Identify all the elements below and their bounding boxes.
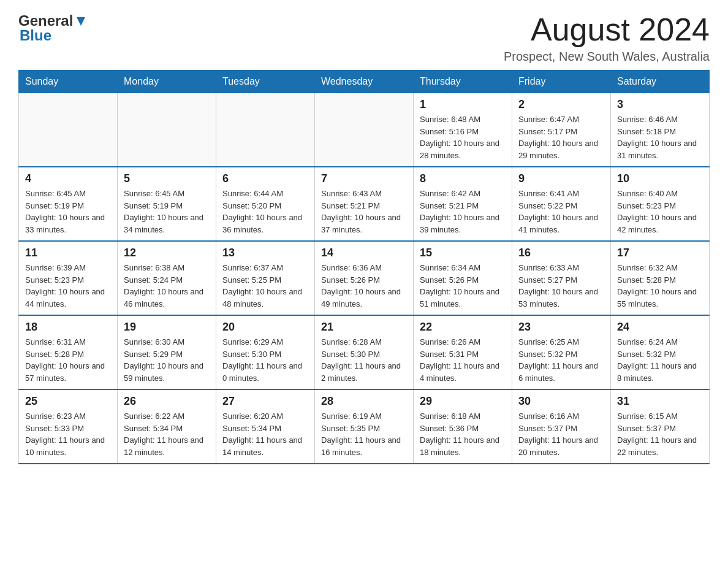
- weekday-header-row: SundayMondayTuesdayWednesdayThursdayFrid…: [19, 71, 710, 93]
- page-header: General Blue August 2024 Prospect, New S…: [18, 12, 710, 64]
- logo-triangle-icon: [74, 15, 88, 28]
- day-number: 22: [420, 321, 506, 334]
- day-number: 17: [617, 247, 703, 259]
- weekday-header-friday: Friday: [512, 71, 611, 93]
- calendar-cell: 8Sunrise: 6:42 AMSunset: 5:21 PMDaylight…: [414, 167, 512, 241]
- weekday-header-thursday: Thursday: [414, 71, 512, 93]
- day-info: Sunrise: 6:47 AMSunset: 5:17 PMDaylight:…: [518, 113, 604, 161]
- logo: General Blue: [18, 12, 88, 44]
- day-info: Sunrise: 6:39 AMSunset: 5:23 PMDaylight:…: [25, 262, 111, 310]
- day-number: 16: [518, 247, 604, 259]
- day-info: Sunrise: 6:45 AMSunset: 5:19 PMDaylight:…: [124, 188, 210, 236]
- day-info: Sunrise: 6:48 AMSunset: 5:16 PMDaylight:…: [420, 113, 506, 161]
- weekday-header-monday: Monday: [118, 71, 216, 93]
- day-number: 12: [124, 247, 210, 259]
- calendar-cell: 14Sunrise: 6:36 AMSunset: 5:26 PMDayligh…: [315, 241, 414, 315]
- day-number: 27: [222, 395, 308, 408]
- calendar-cell: 23Sunrise: 6:25 AMSunset: 5:32 PMDayligh…: [512, 315, 611, 389]
- calendar-cell: 2Sunrise: 6:47 AMSunset: 5:17 PMDaylight…: [512, 93, 611, 167]
- day-info: Sunrise: 6:40 AMSunset: 5:23 PMDaylight:…: [617, 188, 703, 236]
- calendar-cell: 19Sunrise: 6:30 AMSunset: 5:29 PMDayligh…: [118, 315, 216, 389]
- week-row-2: 4Sunrise: 6:45 AMSunset: 5:19 PMDaylight…: [19, 167, 710, 241]
- calendar-cell: 26Sunrise: 6:22 AMSunset: 5:34 PMDayligh…: [118, 389, 216, 464]
- calendar-cell: [19, 93, 118, 167]
- day-number: 23: [518, 321, 604, 334]
- calendar-cell: 18Sunrise: 6:31 AMSunset: 5:28 PMDayligh…: [19, 315, 118, 389]
- day-number: 24: [617, 321, 703, 334]
- day-number: 25: [25, 395, 111, 408]
- week-row-3: 11Sunrise: 6:39 AMSunset: 5:23 PMDayligh…: [19, 241, 710, 315]
- day-info: Sunrise: 6:45 AMSunset: 5:19 PMDaylight:…: [25, 188, 111, 236]
- calendar-cell: 11Sunrise: 6:39 AMSunset: 5:23 PMDayligh…: [19, 241, 118, 315]
- calendar-cell: 6Sunrise: 6:44 AMSunset: 5:20 PMDaylight…: [216, 167, 315, 241]
- calendar-cell: [118, 93, 216, 167]
- calendar-cell: 4Sunrise: 6:45 AMSunset: 5:19 PMDaylight…: [19, 167, 118, 241]
- location-text: Prospect, New South Wales, Australia: [504, 50, 710, 64]
- title-section: August 2024 Prospect, New South Wales, A…: [504, 12, 710, 64]
- day-number: 28: [321, 395, 407, 408]
- day-info: Sunrise: 6:24 AMSunset: 5:32 PMDaylight:…: [617, 336, 703, 384]
- calendar-cell: 21Sunrise: 6:28 AMSunset: 5:30 PMDayligh…: [315, 315, 414, 389]
- day-info: Sunrise: 6:16 AMSunset: 5:37 PMDaylight:…: [518, 410, 604, 458]
- day-number: 5: [124, 172, 210, 185]
- calendar-cell: [315, 93, 414, 167]
- day-info: Sunrise: 6:19 AMSunset: 5:35 PMDaylight:…: [321, 410, 407, 458]
- calendar-cell: 12Sunrise: 6:38 AMSunset: 5:24 PMDayligh…: [118, 241, 216, 315]
- day-number: 21: [321, 321, 407, 334]
- weekday-header-sunday: Sunday: [19, 71, 118, 93]
- calendar-cell: 20Sunrise: 6:29 AMSunset: 5:30 PMDayligh…: [216, 315, 315, 389]
- day-number: 2: [518, 98, 604, 111]
- day-number: 8: [420, 172, 506, 185]
- day-info: Sunrise: 6:32 AMSunset: 5:28 PMDaylight:…: [617, 262, 703, 310]
- weekday-header-tuesday: Tuesday: [216, 71, 315, 93]
- day-number: 20: [222, 321, 308, 334]
- calendar-cell: 16Sunrise: 6:33 AMSunset: 5:27 PMDayligh…: [512, 241, 611, 315]
- day-number: 30: [518, 395, 604, 408]
- day-info: Sunrise: 6:28 AMSunset: 5:30 PMDaylight:…: [321, 336, 407, 384]
- day-number: 7: [321, 172, 407, 185]
- day-number: 18: [25, 321, 111, 334]
- day-info: Sunrise: 6:44 AMSunset: 5:20 PMDaylight:…: [222, 188, 308, 236]
- day-info: Sunrise: 6:41 AMSunset: 5:22 PMDaylight:…: [518, 188, 604, 236]
- day-number: 19: [124, 321, 210, 334]
- weekday-header-saturday: Saturday: [611, 71, 710, 93]
- day-info: Sunrise: 6:18 AMSunset: 5:36 PMDaylight:…: [420, 410, 506, 458]
- calendar-cell: 7Sunrise: 6:43 AMSunset: 5:21 PMDaylight…: [315, 167, 414, 241]
- day-info: Sunrise: 6:29 AMSunset: 5:30 PMDaylight:…: [222, 336, 308, 384]
- day-number: 31: [617, 395, 703, 408]
- day-info: Sunrise: 6:26 AMSunset: 5:31 PMDaylight:…: [420, 336, 506, 384]
- calendar-cell: 5Sunrise: 6:45 AMSunset: 5:19 PMDaylight…: [118, 167, 216, 241]
- day-info: Sunrise: 6:22 AMSunset: 5:34 PMDaylight:…: [124, 410, 210, 458]
- calendar-cell: 25Sunrise: 6:23 AMSunset: 5:33 PMDayligh…: [19, 389, 118, 464]
- day-info: Sunrise: 6:37 AMSunset: 5:25 PMDaylight:…: [222, 262, 308, 310]
- day-info: Sunrise: 6:46 AMSunset: 5:18 PMDaylight:…: [617, 113, 703, 161]
- calendar-cell: 17Sunrise: 6:32 AMSunset: 5:28 PMDayligh…: [611, 241, 710, 315]
- day-number: 29: [420, 395, 506, 408]
- calendar-cell: 22Sunrise: 6:26 AMSunset: 5:31 PMDayligh…: [414, 315, 512, 389]
- calendar-cell: 3Sunrise: 6:46 AMSunset: 5:18 PMDaylight…: [611, 93, 710, 167]
- day-number: 4: [25, 172, 111, 185]
- day-info: Sunrise: 6:23 AMSunset: 5:33 PMDaylight:…: [25, 410, 111, 458]
- calendar-table: SundayMondayTuesdayWednesdayThursdayFrid…: [18, 70, 710, 464]
- day-info: Sunrise: 6:30 AMSunset: 5:29 PMDaylight:…: [124, 336, 210, 384]
- svg-marker-0: [77, 17, 85, 26]
- calendar-cell: 13Sunrise: 6:37 AMSunset: 5:25 PMDayligh…: [216, 241, 315, 315]
- day-number: 13: [222, 247, 308, 259]
- calendar-cell: 1Sunrise: 6:48 AMSunset: 5:16 PMDaylight…: [414, 93, 512, 167]
- calendar-cell: 29Sunrise: 6:18 AMSunset: 5:36 PMDayligh…: [414, 389, 512, 464]
- day-info: Sunrise: 6:43 AMSunset: 5:21 PMDaylight:…: [321, 188, 407, 236]
- day-number: 14: [321, 247, 407, 259]
- calendar-cell: 30Sunrise: 6:16 AMSunset: 5:37 PMDayligh…: [512, 389, 611, 464]
- day-number: 11: [25, 247, 111, 259]
- day-info: Sunrise: 6:34 AMSunset: 5:26 PMDaylight:…: [420, 262, 506, 310]
- day-info: Sunrise: 6:15 AMSunset: 5:37 PMDaylight:…: [617, 410, 703, 458]
- day-info: Sunrise: 6:31 AMSunset: 5:28 PMDaylight:…: [25, 336, 111, 384]
- calendar-cell: 27Sunrise: 6:20 AMSunset: 5:34 PMDayligh…: [216, 389, 315, 464]
- day-number: 15: [420, 247, 506, 259]
- calendar-cell: 24Sunrise: 6:24 AMSunset: 5:32 PMDayligh…: [611, 315, 710, 389]
- day-number: 10: [617, 172, 703, 185]
- day-number: 1: [420, 98, 506, 111]
- day-info: Sunrise: 6:25 AMSunset: 5:32 PMDaylight:…: [518, 336, 604, 384]
- day-number: 26: [124, 395, 210, 408]
- calendar-cell: 9Sunrise: 6:41 AMSunset: 5:22 PMDaylight…: [512, 167, 611, 241]
